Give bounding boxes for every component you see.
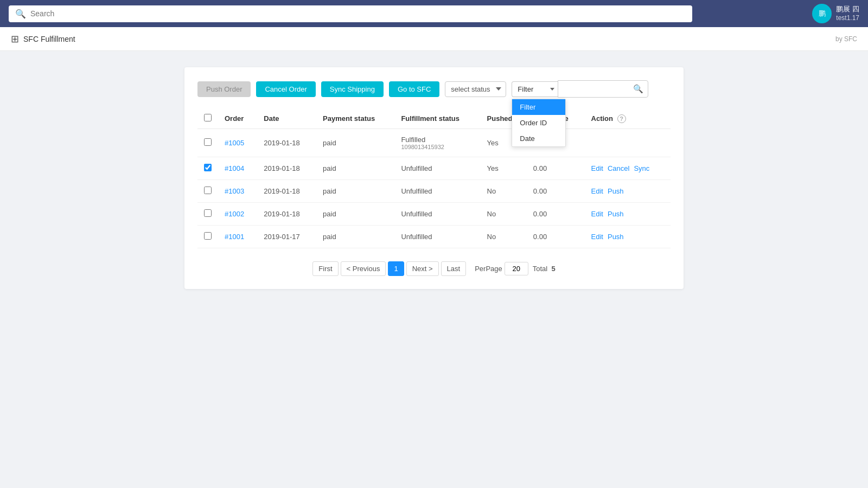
- search-input[interactable]: [30, 9, 686, 18]
- filter-option-date[interactable]: Date: [512, 131, 565, 146]
- cancel-order-button[interactable]: Cancel Order: [256, 81, 315, 97]
- col-date: Date: [257, 108, 316, 129]
- sync-shipping-button[interactable]: Sync Shipping: [321, 81, 384, 97]
- payment-status-0: paid: [316, 129, 394, 157]
- action-push-3[interactable]: Push: [608, 210, 624, 218]
- actions-3: EditPush: [585, 203, 671, 226]
- order-link-4[interactable]: #1001: [225, 233, 244, 241]
- prev-page-button[interactable]: < Previous: [341, 261, 386, 276]
- payment-status-4: paid: [316, 226, 394, 248]
- action-edit-3[interactable]: Edit: [591, 210, 603, 218]
- user-name: 鹏展 四: [836, 5, 859, 14]
- fulfillment-status-4: Unfulfilled: [394, 226, 480, 248]
- action-help-icon[interactable]: ?: [617, 114, 626, 123]
- col-fulfillment: Fulfillment status: [394, 108, 480, 129]
- action-push-2[interactable]: Push: [608, 187, 624, 195]
- app-bar: ⊞ SFC Fulfillment by SFC: [0, 27, 868, 51]
- action-push-4[interactable]: Push: [608, 233, 624, 241]
- grid-icon: ⊞: [11, 33, 19, 45]
- status-select[interactable]: select status: [445, 81, 506, 97]
- search-icon: 🔍: [15, 9, 26, 19]
- total-price-2: 0.00: [527, 180, 585, 203]
- row-checkbox-4[interactable]: [204, 232, 212, 240]
- actions-1: EditCancelSync: [585, 157, 671, 180]
- action-edit-2[interactable]: Edit: [591, 187, 603, 195]
- filter-dropdown: Filter Order ID Date: [512, 99, 566, 147]
- order-date-3: 2019-01-18: [257, 203, 316, 226]
- total-price-3: 0.00: [527, 203, 585, 226]
- user-sub: test1.17: [836, 14, 859, 23]
- row-checkbox-3[interactable]: [204, 209, 212, 217]
- order-card: Push Order Cancel Order Sync Shipping Go…: [184, 67, 684, 289]
- payment-status-1: paid: [316, 157, 394, 180]
- go-to-sfc-button[interactable]: Go to SFC: [389, 81, 439, 97]
- filter-text-input[interactable]: [558, 82, 629, 97]
- filter-option-filter[interactable]: Filter: [512, 99, 565, 115]
- next-page-button[interactable]: Next >: [406, 261, 439, 276]
- top-bar: 🔍 鹏 鹏展 四 test1.17: [0, 0, 868, 27]
- col-action: Action ?: [585, 108, 671, 129]
- order-link-1[interactable]: #1004: [225, 164, 244, 172]
- action-cancel-1[interactable]: Cancel: [608, 164, 629, 172]
- order-link-0[interactable]: #1005: [225, 139, 244, 147]
- fulfillment-sub-0: 1098013415932: [401, 144, 474, 150]
- order-link-3[interactable]: #1002: [225, 210, 244, 218]
- by-sfc-label: by SFC: [835, 35, 857, 43]
- search-container: 🔍: [9, 5, 692, 22]
- app-title-area: ⊞ SFC Fulfillment: [11, 33, 75, 45]
- payment-status-2: paid: [316, 180, 394, 203]
- last-page-button[interactable]: Last: [441, 261, 467, 276]
- action-sync-1[interactable]: Sync: [634, 164, 649, 172]
- action-edit-1[interactable]: Edit: [591, 164, 603, 172]
- payment-status-3: paid: [316, 203, 394, 226]
- order-date-2: 2019-01-18: [257, 180, 316, 203]
- fulfillment-status-2: Unfulfilled: [394, 180, 480, 203]
- row-checkbox-0[interactable]: [204, 138, 212, 146]
- pushed-4: No: [481, 226, 527, 248]
- perpage-label: PerPage: [475, 265, 502, 273]
- page-1-button[interactable]: 1: [388, 261, 404, 276]
- filter-option-orderid[interactable]: Order ID: [512, 115, 565, 131]
- filter-input-wrap: 🔍: [558, 80, 648, 98]
- order-date-1: 2019-01-18: [257, 157, 316, 180]
- main-content: Push Order Cancel Order Sync Shipping Go…: [0, 51, 868, 305]
- col-payment: Payment status: [316, 108, 394, 129]
- order-link-2[interactable]: #1003: [225, 187, 244, 195]
- actions-2: EditPush: [585, 180, 671, 203]
- filter-search-button[interactable]: 🔍: [629, 81, 648, 97]
- filter-area: Filter Order ID Date 🔍 Filter Order ID D…: [512, 80, 648, 98]
- total-label: Total 5: [533, 265, 556, 273]
- push-order-button[interactable]: Push Order: [197, 81, 251, 97]
- user-info: 鹏展 四 test1.17: [836, 5, 859, 22]
- app-title: SFC Fulfillment: [23, 35, 75, 43]
- pushed-1: Yes: [481, 157, 527, 180]
- order-table: Order Date Payment status Fulfillment st…: [197, 108, 671, 248]
- table-row: #10042019-01-18paidUnfulfilledYes0.00Edi…: [197, 157, 671, 180]
- pushed-3: No: [481, 203, 527, 226]
- first-page-button[interactable]: First: [312, 261, 338, 276]
- row-checkbox-2[interactable]: [204, 187, 212, 194]
- select-all-checkbox[interactable]: [204, 114, 212, 121]
- avatar: 鹏: [812, 4, 832, 23]
- pushed-2: No: [481, 180, 527, 203]
- pagination-bar: First < Previous 1 Next > Last PerPage T…: [197, 261, 671, 276]
- fulfillment-status-3: Unfulfilled: [394, 203, 480, 226]
- filter-type-select[interactable]: Filter Order ID Date: [512, 81, 558, 97]
- user-area: 鹏 鹏展 四 test1.17: [801, 4, 859, 23]
- row-checkbox-1[interactable]: [204, 164, 212, 171]
- total-price-1: 0.00: [527, 157, 585, 180]
- actions-4: EditPush: [585, 226, 671, 248]
- perpage-input[interactable]: [505, 262, 528, 275]
- toolbar: Push Order Cancel Order Sync Shipping Go…: [197, 80, 671, 98]
- table-row: #10032019-01-18paidUnfulfilledNo0.00Edit…: [197, 180, 671, 203]
- order-date-4: 2019-01-17: [257, 226, 316, 248]
- total-price-4: 0.00: [527, 226, 585, 248]
- table-row: #10052019-01-18paidFulfilled109801341593…: [197, 129, 671, 157]
- col-order: Order: [218, 108, 257, 129]
- order-date-0: 2019-01-18: [257, 129, 316, 157]
- actions-0: [585, 129, 671, 157]
- fulfillment-status-1: Unfulfilled: [394, 157, 480, 180]
- table-row: #10012019-01-17paidUnfulfilledNo0.00Edit…: [197, 226, 671, 248]
- action-edit-4[interactable]: Edit: [591, 233, 603, 241]
- table-row: #10022019-01-18paidUnfulfilledNo0.00Edit…: [197, 203, 671, 226]
